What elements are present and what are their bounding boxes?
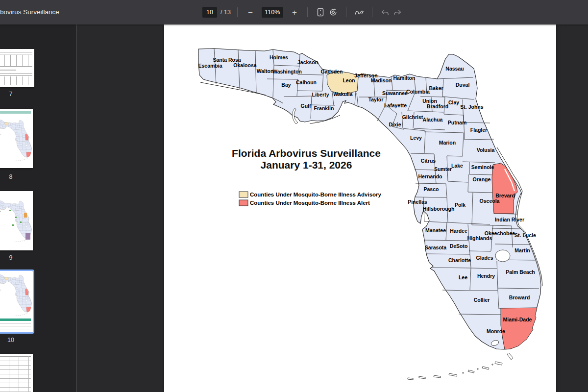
county-label-orange: Orange [473, 176, 491, 182]
thumb-marker [12, 224, 14, 226]
fit-page-icon [316, 8, 325, 17]
page-number-input[interactable]: 10 [202, 7, 217, 18]
redo-icon [393, 9, 402, 16]
county-label-palm-beach: Palm Beach [506, 269, 535, 275]
county-label-washington: Washington [272, 69, 302, 74]
thumb-table-line [0, 54, 32, 54]
county-label-gulf: Gulf [301, 103, 311, 109]
county-label-nassau: Nassau [445, 66, 464, 72]
county-label-alachua: Alachua [423, 117, 443, 122]
fit-page-button[interactable] [314, 6, 327, 19]
county-label-calhoun: Calhoun [296, 79, 317, 85]
county-label-taylor: Taylor [368, 97, 384, 102]
county-label-marion: Marion [439, 140, 456, 146]
thumbnail-page-number: 8 [0, 173, 22, 180]
pdf-page[interactable]: Florida Arbovirus Surveillance January 1… [164, 24, 556, 392]
county-label-hillsborough: Hillsborough [423, 206, 455, 212]
undo-icon [381, 9, 389, 16]
thumbnail-page-number: 9 [0, 254, 22, 261]
county-label-seminole: Seminole [471, 164, 494, 170]
county-label-duval: Duval [456, 82, 470, 88]
county-label-putnam: Putnam [448, 120, 467, 125]
county-label-monroe: Monroe [487, 328, 505, 334]
county-label-broward: Broward [509, 294, 530, 300]
thumb-table-line [0, 52, 32, 52]
county-label-pasco: Pasco [424, 186, 439, 192]
thumb-table-columns [0, 55, 32, 67]
county-label-flagler: Flagler [470, 127, 487, 133]
county-label-suwannee: Suwannee [382, 90, 408, 96]
county-label-polk: Polk [455, 202, 466, 208]
county-label-bay: Bay [281, 82, 291, 88]
zoom-level-input[interactable]: 110% [262, 7, 283, 18]
thumb-highlight-miami [25, 233, 30, 240]
county-label-desoto: DeSoto [450, 243, 468, 249]
county-label-brevard: Brevard [495, 193, 515, 198]
legend-swatch-alert [239, 200, 248, 206]
toolbar-separator [346, 7, 346, 17]
map-title-line2: January 1-31, 2026 [261, 159, 352, 171]
annotate-icon [354, 8, 364, 16]
rotate-icon [329, 8, 338, 17]
toolbar-controls: 10 / 13 − 110% + [202, 0, 404, 24]
county-label-pinellas: Pinellas [408, 199, 427, 205]
county-label-st-lucie: St. Lucie [514, 232, 536, 238]
page-count-label: / 13 [220, 9, 231, 16]
thumbnail-sidebar: 7 8 9 10 [0, 24, 77, 392]
legend-swatch-advisory [239, 192, 248, 197]
county-label-bradford: Bradford [427, 103, 448, 109]
document-title: bovirus Surveillance [0, 0, 59, 24]
thumbnail-page-11[interactable] [0, 354, 33, 392]
county-label-clay: Clay [448, 99, 459, 105]
county-label-manatee: Manatee [425, 227, 446, 233]
thumb-table-header [0, 318, 31, 321]
county-label-columbia: Columbia [406, 89, 430, 95]
county-label-charlotte: Charlotte [448, 257, 471, 263]
county-label-hamilton: Hamilton [393, 75, 416, 81]
county-label-levy: Levy [410, 135, 422, 141]
thumb-table-line [0, 75, 32, 76]
thumbnail-page-number: 10 [0, 337, 22, 343]
county-label-hernando: Hernando [418, 173, 442, 179]
county-label-hardee: Hardee [450, 228, 467, 234]
zoom-out-button[interactable]: − [244, 6, 257, 19]
thumb-table-columns [0, 76, 32, 85]
county-label-volusia: Volusia [477, 147, 495, 153]
county-label-citrus: Citrus [421, 158, 436, 164]
county-label-sarasota: Sarasota [425, 245, 447, 250]
county-label-wakulla: Wakulla [333, 91, 352, 97]
thumbnail-page-7[interactable] [0, 49, 34, 87]
county-label-miami-dade: Miami-Dade [503, 317, 532, 322]
thumbnail-page-10[interactable] [0, 271, 33, 332]
county-label-lee: Lee [459, 274, 467, 280]
county-label-gadsden: Gadsden [321, 69, 343, 74]
county-label-osceola: Osceola [480, 198, 500, 204]
thumb-florida-map [0, 115, 32, 166]
thumb-header-bar [0, 111, 31, 114]
thumbnail-page-9[interactable] [0, 191, 33, 250]
county-label-sumter: Sumter [434, 166, 452, 172]
thumb-text-line [0, 70, 16, 71]
thumb-marker [9, 210, 11, 211]
annotate-button[interactable] [353, 6, 366, 19]
thumb-table-line [0, 323, 31, 323]
county-label-indian-river: Indian River [495, 217, 524, 222]
county-label-lafayette: Lafayette [384, 102, 407, 108]
map-legend: Counties Under Mosquito-Borne Illness Ad… [239, 192, 382, 206]
thumb-highlight-brevard [24, 213, 27, 218]
county-label-madison: Madison [371, 77, 392, 83]
florida-map: Florida Arbovirus Surveillance January 1… [164, 24, 556, 392]
redo-button[interactable] [392, 6, 404, 19]
legend-label-advisory: Counties Under Mosquito-Borne Illness Ad… [250, 192, 382, 197]
thumbnail-page-8[interactable] [0, 109, 33, 168]
rotate-button[interactable] [327, 6, 340, 19]
thumb-table-line [0, 74, 32, 74]
thumb-text-line [0, 134, 0, 135]
undo-button[interactable] [379, 6, 392, 19]
county-label-walton: Walton [257, 68, 274, 74]
thumb-table-columns [0, 356, 30, 392]
county-label-baker: Baker [429, 85, 443, 91]
county-label-dixie: Dixie [389, 122, 401, 127]
zoom-in-button[interactable]: + [288, 6, 301, 19]
thumb-table-line [0, 329, 31, 329]
